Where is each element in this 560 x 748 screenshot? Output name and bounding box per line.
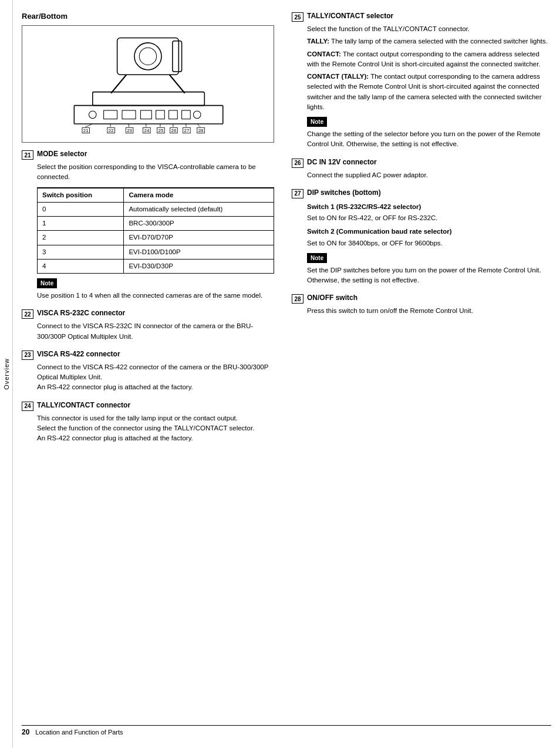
svg-text:23: 23 (127, 128, 132, 133)
mode-table: Switch position Camera mode 0 Automatica… (37, 187, 274, 274)
note-27: Note Set the DIP switches before you tur… (307, 253, 551, 286)
note-label-27: Note (307, 253, 327, 263)
svg-text:25: 25 (158, 128, 164, 133)
note-text-27: Set the DIP switches before you turn on … (307, 265, 551, 286)
item-23: 23 VISCA RS-422 connector Connect to the… (22, 350, 274, 393)
item-title-25: TALLY/CONTACT selector (307, 12, 393, 20)
item-number-22: 22 (22, 309, 33, 319)
item-number-23: 23 (22, 351, 33, 360)
item-21: 21 MODE selector Select the position cor… (22, 150, 274, 301)
item-body-23: Connect to the VISCA RS-422 connector of… (37, 362, 274, 393)
svg-point-15 (193, 111, 201, 119)
svg-point-1 (134, 43, 161, 70)
page-footer: 20 Location and Function of Parts (22, 725, 551, 736)
item-number-27: 27 (292, 189, 303, 198)
item-title-22: VISCA RS-232C connector (37, 309, 125, 317)
right-column: 25 TALLY/CONTACT selector Select the fun… (286, 12, 551, 719)
footer-text: Location and Function of Parts (35, 729, 123, 736)
col-camera: Camera mode (124, 188, 274, 203)
sub-heading-27-2: Switch 2 (Communication baud rate select… (307, 227, 551, 237)
page-number: 20 (22, 728, 29, 736)
svg-rect-10 (122, 110, 136, 119)
item-25: 25 TALLY/CONTACT selector Select the fun… (292, 12, 551, 150)
col-switch: Switch position (38, 188, 124, 203)
item-number-26: 26 (292, 159, 303, 168)
item-number-28: 28 (292, 294, 303, 304)
item-number-25: 25 (292, 12, 303, 22)
note-21: Note Use position 1 to 4 when all the co… (37, 278, 274, 301)
item-title-28: ON/OFF switch (307, 294, 357, 302)
svg-rect-9 (104, 110, 117, 119)
item-body-25: Select the function of the TALLY/CONTACT… (307, 24, 551, 150)
note-25: Note Change the setting of the selector … (307, 117, 551, 150)
item-26: 26 DC IN 12V connector Connect the suppl… (292, 158, 551, 180)
note-label-25: Note (307, 117, 327, 127)
item-number-21: 21 (22, 150, 33, 160)
left-column: Rear/Bottom (22, 12, 274, 719)
note-text-21: Use position 1 to 4 when all the connect… (37, 291, 274, 301)
item-title-21: MODE selector (37, 150, 87, 158)
svg-text:22: 22 (109, 128, 114, 133)
item-22: 22 VISCA RS-232C connector Connect to th… (22, 309, 274, 342)
item-body-21: Select the position corresponding to the… (37, 162, 274, 301)
svg-rect-3 (173, 41, 182, 72)
svg-line-5 (170, 75, 185, 93)
svg-rect-0 (117, 38, 179, 75)
table-row: 4 EVI-D30/D30P (38, 259, 274, 273)
item-title-24: TALLY/CONTACT connector (37, 401, 130, 409)
section-heading: Rear/Bottom (22, 12, 274, 21)
svg-rect-6 (93, 92, 205, 106)
item-title-26: DC IN 12V connector (307, 158, 377, 166)
table-row: 2 EVI-D70/D70P (38, 231, 274, 245)
item-body-26: Connect the supplied AC power adaptor. (307, 170, 551, 180)
item-28: 28 ON/OFF switch Press this switch to tu… (292, 294, 551, 316)
table-row: 1 BRC-300/300P (38, 217, 274, 231)
svg-rect-13 (169, 110, 178, 119)
camera-diagram: 21 22 23 24 25 26 27 28 (22, 25, 274, 143)
svg-line-4 (111, 75, 126, 93)
svg-text:24: 24 (144, 128, 150, 133)
item-title-23: VISCA RS-422 connector (37, 350, 120, 358)
item-number-24: 24 (22, 402, 33, 411)
item-title-27: DIP switches (bottom) (307, 188, 381, 197)
svg-text:21: 21 (83, 128, 89, 133)
note-text-25: Change the setting of the selector befor… (307, 129, 551, 150)
svg-rect-12 (156, 110, 165, 119)
item-body-24: This connector is used for the tally lam… (37, 413, 274, 444)
svg-point-2 (139, 48, 156, 65)
side-tab-label: Overview (3, 358, 10, 390)
table-row: 3 EVI-D100/D100P (38, 245, 274, 259)
svg-text:26: 26 (171, 128, 177, 133)
svg-text:28: 28 (198, 128, 204, 133)
note-label-21: Note (37, 278, 57, 288)
sub-heading-27-1: Switch 1 (RS-232C/RS-422 selector) (307, 202, 551, 212)
svg-text:27: 27 (184, 128, 190, 133)
item-body-27: Switch 1 (RS-232C/RS-422 selector) Set t… (307, 202, 551, 286)
item-body-28: Press this switch to turn on/off the Rem… (307, 306, 551, 316)
item-24: 24 TALLY/CONTACT connector This connecto… (22, 401, 274, 444)
svg-point-8 (89, 111, 96, 119)
svg-rect-14 (182, 110, 191, 119)
item-body-22: Connect to the VISCA RS-232C IN connecto… (37, 321, 274, 342)
table-row: 0 Automatically selected (default) (38, 202, 274, 216)
item-27: 27 DIP switches (bottom) Switch 1 (RS-23… (292, 188, 551, 286)
side-tab: Overview (0, 0, 13, 748)
svg-rect-11 (140, 110, 151, 119)
item-desc-21: Select the position corresponding to the… (37, 162, 274, 183)
